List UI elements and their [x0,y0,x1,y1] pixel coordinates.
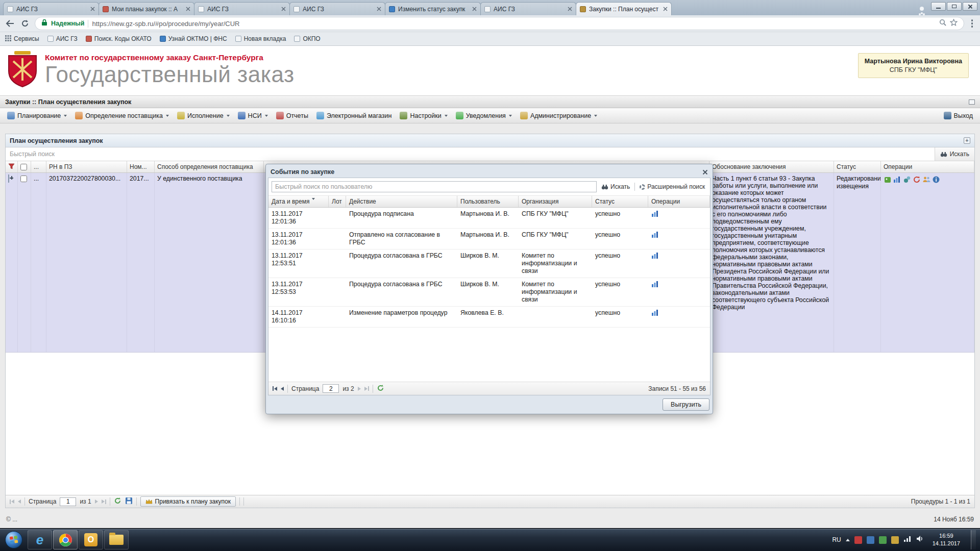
browser-tab[interactable]: АИС ГЗ [3,2,99,15]
filter-header-cell[interactable] [6,161,18,172]
menu-notifications[interactable]: Уведомления [452,110,516,121]
chart-icon[interactable] [651,254,659,261]
menu-eshop[interactable]: Электронный магазин [312,110,396,121]
taskbar-clock[interactable]: 16:59 14.11.2017 [928,532,964,547]
menu-settings[interactable]: Настройки [396,110,451,121]
browser-tab[interactable]: АИС ГЗ [289,2,385,15]
back-icon[interactable] [4,18,15,29]
column-header-user[interactable]: Пользователь [457,196,519,207]
column-header-dots[interactable]: ... [31,161,46,172]
chart-icon[interactable] [651,282,659,289]
column-header-status[interactable]: Статус [592,196,648,207]
column-header-justification[interactable]: Обоснование заключения [709,161,834,172]
minimize-button[interactable] [931,2,946,11]
chart-icon[interactable] [651,212,659,219]
profile-icon[interactable] [917,3,927,11]
page-number-input[interactable] [60,497,76,506]
last-page-icon[interactable] [364,386,369,391]
dialog-titlebar[interactable]: События по закупке [268,166,710,178]
column-header-rn[interactable]: РН в ПЗ [46,161,127,172]
browser-tab[interactable]: АИС ГЗ [480,2,576,15]
show-desktop-button[interactable] [971,530,976,549]
export-button[interactable]: Выгрузить [663,398,709,411]
table-row[interactable]: 14.11.2017 16:10:16 Изменение параметров… [268,307,710,328]
taskbar-chrome-icon[interactable] [53,530,78,549]
maximize-button[interactable] [947,2,962,11]
apps-button[interactable]: Сервисы [5,35,39,43]
column-header-lot[interactable]: Лот [329,196,346,207]
table-row[interactable]: 13.11.2017 12:53:51 Процедура согласован… [268,249,710,278]
next-page-icon[interactable] [95,499,98,504]
first-page-icon[interactable] [10,499,14,504]
browser-menu-icon[interactable] [968,19,976,28]
select-all-cell[interactable] [18,161,31,172]
url-text[interactable]: https://new.gz-spb.ru/#po/procedure/my/y… [92,20,935,28]
browser-tab[interactable]: Мои планы закупок :: А [99,2,194,15]
prev-page-icon[interactable] [18,499,21,504]
menu-execution[interactable]: Исполнение [173,110,234,121]
browser-tab[interactable]: Изменить статус закупк [385,2,481,15]
menu-nsi[interactable]: НСИ [234,110,272,121]
expand-row-icon[interactable] [8,174,9,183]
menu-reports[interactable]: Отчеты [272,110,312,121]
taskbar-ie-icon[interactable]: e [28,530,52,549]
restore-panel-icon[interactable] [969,99,975,105]
security-label[interactable]: Надежный [51,20,84,27]
exit-button[interactable]: Выход [940,110,977,121]
taskbar-folder-icon[interactable] [104,530,129,549]
column-header-operations[interactable]: Операции [881,161,974,172]
reload-icon[interactable] [19,18,31,29]
column-header-status[interactable]: Статус [834,161,881,172]
page-number-input[interactable] [323,384,339,393]
chart-icon[interactable] [651,233,659,240]
first-page-icon[interactable] [273,386,277,391]
bookmark-item[interactable]: Новая вкладка [235,35,286,42]
panel-settings-icon[interactable]: + [964,137,970,144]
tray-shield-icon[interactable] [879,536,887,544]
table-row[interactable]: 13.11.2017 12:01:36 Отправлено на соглас… [268,229,710,249]
start-button[interactable] [4,530,23,549]
save-icon[interactable] [125,497,133,506]
tab-close-icon[interactable] [186,7,190,11]
column-header-action[interactable]: Действие [346,196,457,207]
tab-close-icon[interactable] [377,7,381,11]
search-button[interactable]: Искать [935,147,974,161]
menu-supplier-determination[interactable]: Определение поставщика [71,110,173,121]
column-header-org[interactable]: Организация [519,196,592,207]
browser-tab-active[interactable]: Закупки :: План осущест [576,2,672,15]
dialog-close-icon[interactable] [702,169,708,175]
last-page-icon[interactable] [102,499,106,504]
tray-monitor-icon[interactable] [867,536,874,544]
refresh-icon[interactable] [377,384,384,393]
refresh-icon[interactable] [913,176,921,186]
address-bar[interactable]: Надежный https://new.gz-spb.ru/#po/proce… [35,17,964,30]
refresh-icon[interactable] [114,497,121,506]
close-button[interactable] [963,2,977,11]
chart-icon[interactable] [651,311,659,318]
table-row[interactable]: 13.11.2017 12:53:53 Процедура согласован… [268,278,710,307]
bookmark-item[interactable]: Узнай ОКТМО | ФНС [160,35,227,42]
column-header-operations[interactable]: Операции [648,196,710,207]
browser-tab[interactable]: АИС ГЗ [194,2,290,15]
column-header-nom[interactable]: Ном... [127,161,155,172]
menu-administration[interactable]: Администрирование [516,110,601,121]
dialog-search-button[interactable]: Искать [601,183,630,190]
tray-update-icon[interactable] [891,536,899,544]
quick-search-input[interactable] [6,147,935,161]
column-header-datetime[interactable]: Дата и время [268,196,329,207]
user-search-input[interactable] [272,181,597,192]
bind-to-plan-button[interactable]: Привязать к плану закупок [140,496,236,507]
prev-page-icon[interactable] [281,387,284,391]
row-checkbox[interactable] [20,176,27,182]
bookmark-star-icon[interactable] [950,19,958,28]
volume-icon[interactable] [916,535,924,544]
network-icon[interactable] [903,535,912,544]
select-all-checkbox[interactable] [20,164,27,170]
tab-close-icon[interactable] [568,7,572,11]
tab-close-icon[interactable] [90,7,95,11]
info-icon[interactable] [932,176,940,186]
menu-planning[interactable]: Планирование [3,110,71,121]
advanced-search-button[interactable]: Расширенный поиск [640,183,705,190]
gears-icon[interactable] [903,176,911,186]
bookmark-item[interactable]: ОКПО [294,35,320,42]
